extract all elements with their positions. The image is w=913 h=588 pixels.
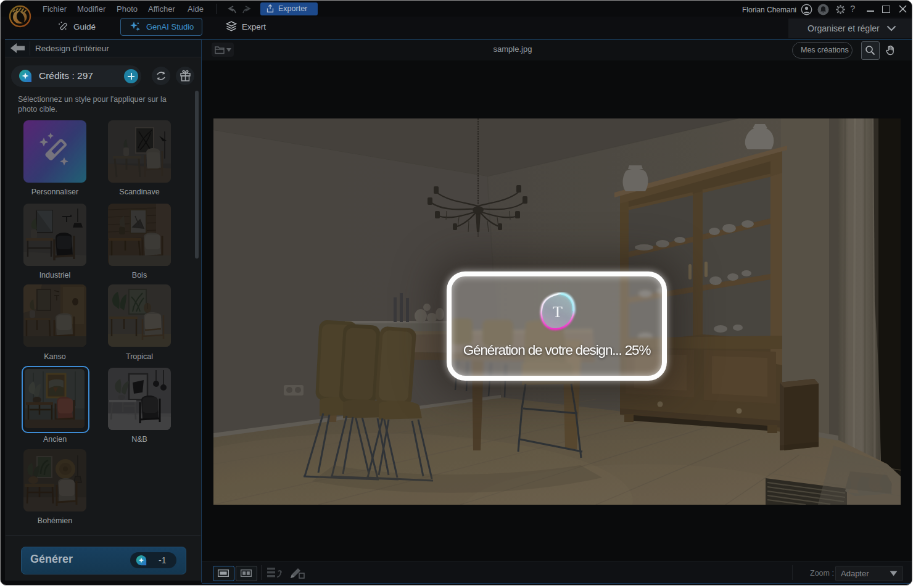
svg-text:T: T — [553, 303, 563, 321]
